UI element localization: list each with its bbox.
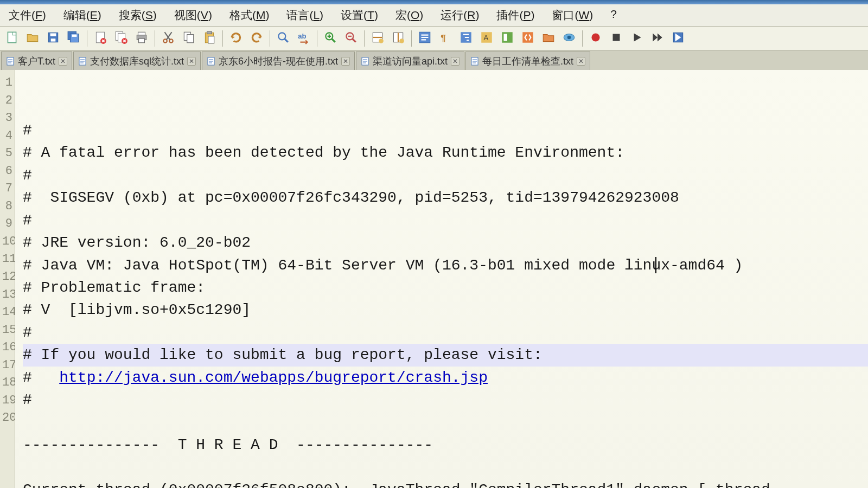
code-line: # bbox=[23, 164, 868, 187]
menu-item-L[interactable]: 语言(L) bbox=[283, 7, 327, 24]
file-icon bbox=[6, 57, 15, 66]
open-file-button[interactable] bbox=[23, 29, 42, 48]
code-line: # bbox=[23, 119, 868, 142]
zoom-in-icon bbox=[323, 30, 337, 47]
doc-map-button[interactable] bbox=[497, 29, 517, 48]
close-button[interactable] bbox=[91, 29, 110, 48]
menu-item-P[interactable]: 插件(P) bbox=[493, 7, 538, 24]
line-number: 5 bbox=[0, 145, 15, 163]
code-line: # http://java.sun.com/webapps/bugreport/… bbox=[23, 367, 868, 389]
close-all-button[interactable] bbox=[111, 29, 131, 48]
save-icon bbox=[46, 30, 60, 47]
file-tab-3[interactable]: 渠道访问量api.txt✕ bbox=[356, 52, 464, 70]
zoom-out-button[interactable] bbox=[341, 29, 361, 48]
menu-item-F[interactable]: 文件(F) bbox=[5, 7, 49, 24]
svg-rect-36 bbox=[504, 34, 508, 41]
paste-button[interactable] bbox=[200, 29, 219, 48]
menu-item-V[interactable]: 视图(V) bbox=[171, 7, 215, 24]
zoom-in-button[interactable] bbox=[321, 29, 340, 48]
sync-h-button[interactable] bbox=[388, 29, 408, 48]
menu-item-S[interactable]: 搜索(S) bbox=[116, 7, 160, 24]
toolbar-separator bbox=[582, 30, 583, 47]
doc-map-icon bbox=[500, 30, 514, 47]
monitor-icon bbox=[562, 30, 576, 47]
tab-label: 京东6小时报告-现在使用.txt bbox=[219, 55, 338, 68]
stop-icon bbox=[609, 30, 623, 47]
file-tab-0[interactable]: 客户T.txt✕ bbox=[1, 52, 72, 70]
play-button[interactable] bbox=[627, 29, 647, 48]
text-editor[interactable]: ## A fatal error has been detected by th… bbox=[15, 70, 868, 488]
new-file-button[interactable] bbox=[2, 29, 22, 48]
all-chars-button[interactable]: ¶ bbox=[436, 29, 455, 48]
menu-item-T[interactable]: 设置(T) bbox=[337, 7, 381, 24]
line-number: 20 bbox=[0, 409, 15, 427]
save-button[interactable] bbox=[43, 29, 63, 48]
toolbar-separator bbox=[270, 30, 270, 47]
line-number: 18 bbox=[0, 374, 15, 392]
svg-text:ab: ab bbox=[298, 32, 306, 40]
menu-item-O[interactable]: 宏(O) bbox=[392, 7, 426, 24]
code-line: # A fatal error has been detected by the… bbox=[23, 142, 868, 164]
redo-button[interactable] bbox=[247, 29, 266, 48]
func-list-icon bbox=[521, 30, 535, 47]
fast-forward-icon bbox=[650, 30, 665, 47]
code-line: # SIGSEGV (0xb) at pc=0x00007f26fc343290… bbox=[23, 187, 868, 209]
folder-icon bbox=[541, 30, 556, 47]
file-tab-4[interactable]: 每日工作清单检查.txt✕ bbox=[465, 52, 590, 70]
tab-close-button[interactable]: ✕ bbox=[451, 57, 459, 66]
menu-item-M[interactable]: 格式(M) bbox=[226, 7, 273, 24]
svg-point-27 bbox=[379, 38, 384, 43]
line-number: 16 bbox=[0, 339, 15, 357]
func-list-button[interactable] bbox=[518, 29, 538, 48]
menu-item-11[interactable]: ? bbox=[607, 7, 620, 24]
svg-rect-41 bbox=[613, 34, 620, 41]
tab-close-button[interactable]: ✕ bbox=[341, 57, 350, 66]
save-macro-icon bbox=[671, 30, 685, 47]
record-icon bbox=[589, 30, 603, 47]
line-number: 2 bbox=[0, 92, 15, 110]
monitor-button[interactable] bbox=[559, 29, 579, 48]
find-button[interactable] bbox=[273, 29, 293, 48]
indent-guide-icon bbox=[459, 30, 473, 47]
record-button[interactable] bbox=[586, 29, 605, 48]
file-tab-1[interactable]: 支付数据库sql统计.txt✕ bbox=[73, 52, 201, 70]
folder-button[interactable] bbox=[539, 29, 558, 48]
redo-icon bbox=[250, 30, 264, 47]
fast-forward-button[interactable] bbox=[648, 29, 667, 48]
replace-button[interactable]: ab bbox=[294, 29, 314, 48]
menu-item-W[interactable]: 窗口(W) bbox=[548, 7, 596, 24]
file-tab-2[interactable]: 京东6小时报告-现在使用.txt✕ bbox=[202, 52, 355, 70]
copy-button[interactable] bbox=[179, 29, 199, 48]
svg-rect-20 bbox=[207, 31, 212, 34]
code-line: Current thread (0x00007f26f508e800): Jav… bbox=[23, 479, 868, 488]
tab-close-button[interactable]: ✕ bbox=[577, 57, 585, 66]
code-line: # bbox=[23, 322, 868, 344]
wrap-button[interactable] bbox=[415, 29, 435, 48]
indent-guide-button[interactable] bbox=[456, 29, 476, 48]
code-line: # bbox=[23, 209, 868, 232]
open-file-icon bbox=[25, 30, 40, 47]
bugreport-link[interactable]: http://java.sun.com/webapps/bugreport/cr… bbox=[59, 369, 488, 386]
sync-h-icon bbox=[391, 30, 405, 47]
copy-icon bbox=[182, 30, 196, 47]
print-button[interactable] bbox=[132, 29, 151, 48]
toolbar-separator bbox=[317, 30, 317, 47]
tab-close-button[interactable]: ✕ bbox=[187, 57, 196, 66]
replace-icon: ab bbox=[297, 30, 311, 47]
menu-item-R[interactable]: 运行(R) bbox=[437, 7, 482, 24]
menu-item-E[interactable]: 编辑(E) bbox=[60, 7, 105, 24]
lang-button[interactable]: A bbox=[477, 29, 496, 48]
lang-icon: A bbox=[480, 30, 494, 47]
save-macro-button[interactable] bbox=[668, 29, 688, 48]
cut-button[interactable] bbox=[158, 29, 178, 48]
save-all-button[interactable] bbox=[64, 29, 84, 48]
tab-close-button[interactable]: ✕ bbox=[59, 57, 67, 66]
find-icon bbox=[276, 30, 290, 47]
line-number: 10 bbox=[0, 233, 15, 251]
toolbar-separator bbox=[364, 30, 365, 47]
svg-text:A: A bbox=[484, 34, 489, 42]
sync-v-button[interactable] bbox=[368, 29, 387, 48]
stop-button[interactable] bbox=[607, 29, 626, 48]
undo-button[interactable] bbox=[226, 29, 246, 48]
print-icon bbox=[135, 30, 149, 47]
